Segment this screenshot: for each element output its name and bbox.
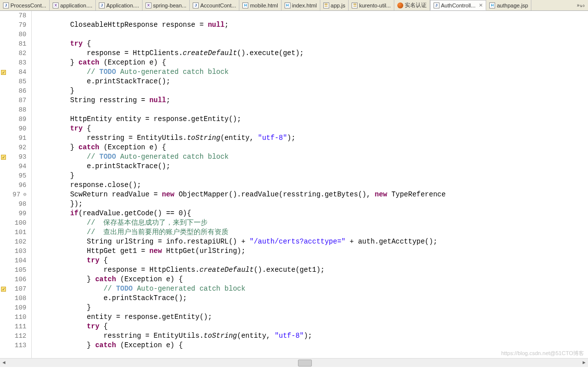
line-number-value: 107 — [15, 284, 26, 294]
line-number-value: 102 — [15, 237, 26, 246]
code-line[interactable]: String urlString = info.restapiURL() + "… — [37, 237, 588, 246]
code-line[interactable]: } catch (Exception e) { — [37, 143, 588, 152]
line-number-value: 111 — [15, 322, 26, 331]
code-line[interactable]: } catch (Exception e) { — [37, 275, 588, 284]
editor-area: 787980818283✓848586878889909192✓93949596… — [0, 11, 588, 358]
code-line[interactable]: try { — [37, 256, 588, 265]
code-line[interactable]: response.close(); — [37, 181, 588, 190]
line-number: ✓84 — [0, 67, 26, 77]
line-number-value: 99 — [18, 209, 26, 218]
code-line[interactable] — [37, 30, 588, 39]
code-line[interactable]: } — [37, 171, 588, 181]
code-line[interactable]: if(readValue.getCode() == 0){ — [37, 209, 588, 218]
editor-tab[interactable]: 实名认证 — [394, 0, 430, 10]
editor-tab[interactable]: Xapplication.... — [50, 0, 96, 10]
line-number: 105 — [0, 265, 26, 275]
code-line[interactable]: e.printStackTrace(); — [37, 294, 588, 303]
editor-tab[interactable]: JAccountCont... — [190, 0, 239, 10]
editor-tab[interactable]: JAuthControll...✕ — [430, 0, 487, 10]
code-line[interactable]: HttpGet get1 = new HttpGet(urlString); — [37, 246, 588, 256]
code-line[interactable]: // 保存基本信息成功了，来到下一步 — [37, 218, 588, 228]
line-number: 79 — [0, 20, 26, 30]
line-number-value: 81 — [18, 39, 26, 49]
line-number-value: 84 — [18, 67, 26, 77]
warning-icon: ✓ — [1, 287, 6, 292]
editor-tab[interactable]: JProcessCont... — [0, 0, 50, 10]
line-number-value: 96 — [18, 181, 26, 190]
tab-label: index.html — [292, 2, 317, 8]
code-line[interactable]: try { — [37, 39, 588, 49]
code-line[interactable]: ScwReturn readValue = new ObjectMapper()… — [37, 190, 588, 199]
code-line[interactable]: // TODO Auto-generated catch block — [37, 152, 588, 162]
code-line[interactable]: String resstring = null; — [37, 96, 588, 105]
line-number: 92 — [0, 143, 26, 152]
code-line[interactable]: } — [37, 303, 588, 312]
code-line[interactable]: }); — [37, 199, 588, 209]
line-number-value: 90 — [18, 124, 26, 133]
line-number: 83 — [0, 58, 26, 67]
scroll-right-arrow-icon[interactable]: ► — [580, 360, 588, 366]
code-line[interactable]: // TODO Auto-generated catch block — [37, 284, 588, 294]
code-line[interactable]: HttpEntity entity = response.getEntity()… — [37, 115, 588, 124]
tab-close-icon[interactable]: ✕ — [479, 2, 483, 8]
tab-label: application.... — [60, 2, 92, 8]
editor-tab[interactable]: Xspring-bean... — [143, 0, 190, 10]
line-number: 98 — [0, 199, 26, 209]
fold-icon[interactable]: ⊖ — [23, 190, 26, 199]
file-type-icon: X — [146, 2, 151, 8]
line-number-value: 79 — [18, 20, 26, 30]
code-line[interactable]: } catch (Exception e) { — [37, 58, 588, 67]
line-number-value: 113 — [15, 341, 26, 350]
editor-tab[interactable]: Hindex.html — [282, 0, 320, 10]
code-line[interactable]: response = HttpClients.createDefault().e… — [37, 265, 588, 275]
editor-tab[interactable]: ☰kurento-util... — [349, 0, 394, 10]
code-content[interactable]: CloseableHttpResponse response = null; t… — [32, 11, 588, 358]
line-number-value: 85 — [18, 77, 26, 86]
line-number: 88 — [0, 105, 26, 115]
gutter: 787980818283✓848586878889909192✓93949596… — [0, 11, 32, 358]
line-number: 81 — [0, 39, 26, 49]
line-number-value: 78 — [18, 11, 26, 20]
horizontal-scrollbar[interactable]: ◄ ► — [0, 358, 588, 367]
code-line[interactable]: CloseableHttpResponse response = null; — [37, 20, 588, 30]
code-line[interactable] — [37, 11, 588, 20]
line-number-value: 100 — [15, 218, 26, 228]
code-line[interactable]: try { — [37, 322, 588, 331]
code-line[interactable]: e.printStackTrace(); — [37, 162, 588, 171]
code-line[interactable]: e.printStackTrace(); — [37, 77, 588, 86]
tab-overflow-button[interactable]: »₁₀ — [574, 2, 588, 8]
code-line[interactable]: resstring = EntityUtils.toString(entity,… — [37, 133, 588, 143]
code-line[interactable]: response = HttpClients.createDefault().e… — [37, 49, 588, 58]
warning-icon: ✓ — [1, 70, 6, 75]
scrollbar-thumb[interactable] — [298, 360, 312, 367]
watermark-text: https://blog.csdn.net@51CTO博客 — [501, 350, 584, 357]
code-line[interactable]: // 查出用户当前要用的账户类型的所有资质 — [37, 228, 588, 237]
tab-label: AccountCont... — [200, 2, 236, 8]
code-line[interactable]: try { — [37, 124, 588, 133]
editor-tab[interactable]: Hmobile.html — [239, 0, 281, 10]
line-number-value: 91 — [18, 133, 26, 143]
code-line[interactable]: } catch (Exception e) { — [37, 341, 588, 350]
code-line[interactable] — [37, 105, 588, 115]
line-number-value: 108 — [15, 294, 26, 303]
editor-tab[interactable]: JApplication.... — [96, 0, 143, 10]
line-number-value: 93 — [18, 152, 26, 162]
file-type-icon: J — [193, 2, 199, 8]
line-number: 86 — [0, 86, 26, 96]
line-number: 87 — [0, 96, 26, 105]
tab-label: kurento-util... — [359, 2, 391, 8]
code-line[interactable]: resstring = EntityUtils.toString(entity,… — [37, 331, 588, 341]
tab-label: 实名认证 — [405, 1, 427, 9]
code-line[interactable]: entity = response.getEntity(); — [37, 312, 588, 322]
editor-tab[interactable]: Hauthpage.jsp — [486, 0, 531, 10]
file-type-icon: J — [3, 2, 9, 8]
line-number-value: 82 — [18, 49, 26, 58]
code-line[interactable]: } — [37, 86, 588, 96]
line-number-value: 101 — [15, 228, 26, 237]
scroll-left-arrow-icon[interactable]: ◄ — [0, 360, 8, 366]
file-type-icon: ☰ — [323, 2, 329, 8]
line-number: 104 — [0, 256, 26, 265]
editor-tab[interactable]: ☰app.js — [320, 0, 349, 10]
line-number: 89 — [0, 115, 26, 124]
code-line[interactable]: // TODO Auto-generated catch block — [37, 67, 588, 77]
